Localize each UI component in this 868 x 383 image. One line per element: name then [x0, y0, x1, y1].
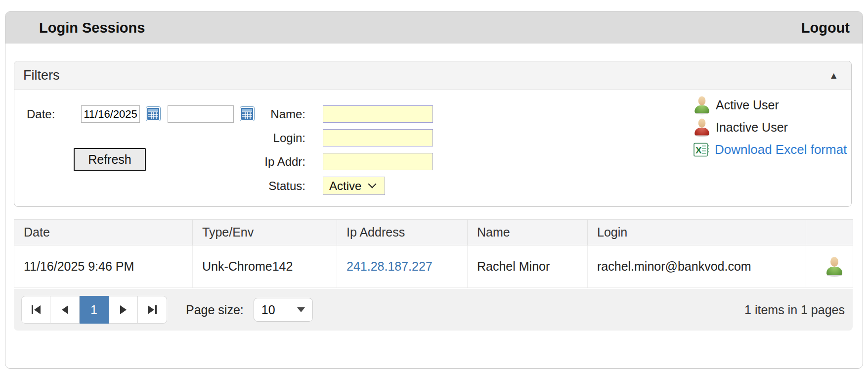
column-header-status: [806, 220, 853, 245]
ip-address-link[interactable]: 241.28.187.227: [347, 259, 433, 273]
next-page-button[interactable]: [109, 296, 138, 324]
column-header-name: Name: [468, 220, 588, 245]
previous-page-button[interactable]: [50, 296, 80, 324]
sessions-table: Date Type/Env Ip Address Name Login 11/1…: [14, 219, 853, 288]
inactive-user-icon: [694, 118, 709, 137]
previous-page-icon: [62, 305, 68, 314]
page-size-label: Page size:: [186, 303, 244, 317]
name-label: Name:: [238, 107, 305, 121]
next-page-icon: [120, 305, 127, 314]
grid-footer: 1 Page size: 10 1 items in 1 pages: [14, 289, 853, 331]
table-row: 11/16/2025 9:46 PM Unk-Chrome142 241.28.…: [14, 245, 853, 288]
last-page-button[interactable]: [138, 296, 167, 324]
date-filter-group: Date:: [27, 105, 255, 123]
ip-addr-label: Ip Addr:: [238, 155, 305, 169]
calendar-icon: [146, 106, 161, 121]
filter-fields-group: Name: Login: Ip Addr: Status: Active: [238, 105, 433, 201]
active-user-icon: [694, 96, 709, 115]
active-user-icon: [826, 256, 843, 277]
page-size-value: 10: [261, 303, 275, 317]
download-excel-link[interactable]: Download Excel format: [715, 142, 847, 157]
date-to-input[interactable]: [168, 105, 234, 123]
ip-addr-input[interactable]: [323, 153, 433, 170]
column-header-date: Date: [14, 220, 193, 245]
date-from-input[interactable]: [81, 105, 140, 123]
active-user-label: Active User: [716, 98, 779, 112]
column-header-type-env: Type/Env: [193, 220, 337, 245]
panel-header: Login Sessions Logout: [5, 12, 863, 44]
legend-inactive-user: Inactive User: [694, 116, 847, 139]
filters-header: Filters ▲: [14, 61, 851, 90]
sessions-grid: Date Type/Env Ip Address Name Login 11/1…: [14, 219, 853, 331]
excel-icon: X: [694, 142, 709, 157]
status-label: Status:: [238, 179, 305, 193]
logout-link[interactable]: Logout: [801, 20, 850, 36]
first-page-icon: [32, 305, 33, 314]
cell-type-env: Unk-Chrome142: [193, 245, 337, 288]
cell-status: [806, 245, 853, 288]
cell-name: Rachel Minor: [468, 245, 588, 288]
login-sessions-panel: Login Sessions Logout Filters ▲ Date:: [5, 11, 863, 369]
legend-active-user: Active User: [694, 94, 847, 116]
calendar-from-button[interactable]: [145, 106, 161, 122]
cell-ip-address: 241.28.187.227: [337, 245, 468, 288]
last-page-icon: [148, 305, 154, 314]
name-input[interactable]: [323, 105, 433, 123]
column-header-login: Login: [588, 220, 806, 245]
date-label: Date:: [27, 107, 81, 121]
cell-login: rachel.minor@bankvod.com: [588, 245, 806, 288]
inactive-user-label: Inactive User: [716, 120, 788, 135]
filters-body: Date:: [14, 90, 851, 206]
page-size-select[interactable]: 10: [254, 298, 313, 322]
login-label: Login:: [238, 131, 305, 145]
dropdown-arrow-icon: [297, 307, 305, 312]
current-page-button[interactable]: 1: [80, 296, 109, 324]
items-summary: 1 items in 1 pages: [744, 303, 845, 317]
svg-text:X: X: [695, 145, 702, 155]
chevron-down-icon: [368, 180, 377, 189]
filters-panel: Filters ▲ Date:: [14, 61, 852, 207]
first-page-button[interactable]: [21, 296, 50, 324]
table-header-row: Date Type/Env Ip Address Name Login: [14, 220, 853, 245]
status-selected-value: Active: [329, 179, 361, 193]
refresh-button[interactable]: Refresh: [74, 148, 146, 171]
legend: Active User Inactive User X: [694, 94, 847, 161]
legend-download-excel: X Download Excel format: [694, 139, 847, 161]
pager: 1: [21, 296, 167, 324]
collapse-filters-icon[interactable]: ▲: [829, 70, 838, 81]
login-input[interactable]: [323, 129, 433, 146]
column-header-ip-address: Ip Address: [337, 220, 468, 245]
filters-title: Filters: [23, 68, 60, 83]
status-select[interactable]: Active: [323, 177, 385, 195]
page-title: Login Sessions: [39, 20, 145, 36]
cell-date: 11/16/2025 9:46 PM: [14, 245, 193, 288]
